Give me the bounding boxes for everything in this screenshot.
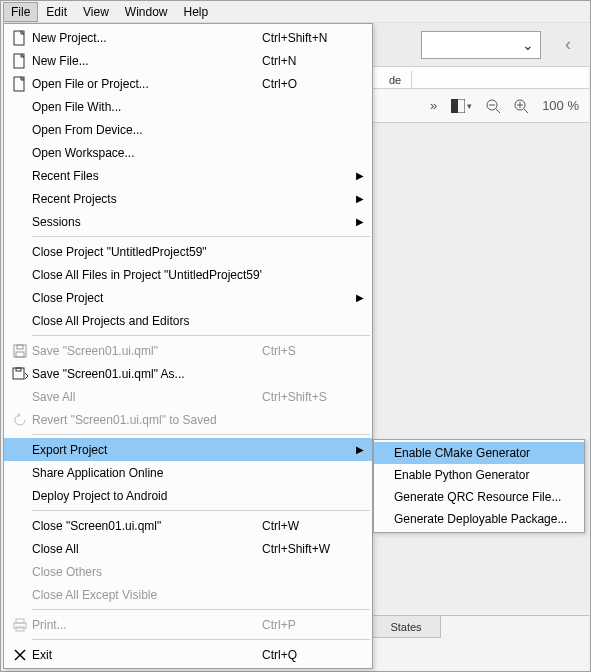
- menu-file[interactable]: File: [3, 2, 38, 22]
- save-as-icon: [8, 367, 32, 381]
- svg-rect-16: [16, 368, 21, 371]
- svg-rect-13: [17, 345, 23, 349]
- menu-shortcut: Ctrl+Shift+N: [262, 31, 352, 45]
- menu-new-project[interactable]: New Project... Ctrl+Shift+N: [4, 26, 372, 49]
- zoom-in-button[interactable]: [514, 99, 528, 113]
- menu-separator: [32, 639, 370, 640]
- menu-label: Close Project "UntitledProject59": [32, 245, 262, 259]
- menu-shortcut: Ctrl+N: [262, 54, 352, 68]
- zoom-out-icon: [486, 99, 500, 113]
- submenu-arrow-icon: ▶: [352, 170, 364, 181]
- zoom-in-icon: [514, 99, 528, 113]
- menu-shortcut: Ctrl+Q: [262, 648, 352, 662]
- menu-view[interactable]: View: [75, 2, 117, 22]
- menu-label: Recent Files: [32, 169, 262, 183]
- menu-exit[interactable]: Exit Ctrl+Q: [4, 643, 372, 666]
- menu-label: Open File With...: [32, 100, 262, 114]
- submenu-generate-qrc[interactable]: Generate QRC Resource File...: [374, 486, 584, 508]
- new-project-icon: [8, 30, 32, 46]
- menu-recent-files[interactable]: Recent Files ▶: [4, 164, 372, 187]
- menu-close-file[interactable]: Close "Screen01.ui.qml" Ctrl+W: [4, 514, 372, 537]
- menu-close-project-named[interactable]: Close Project "UntitledProject59": [4, 240, 372, 263]
- menu-deploy-android[interactable]: Deploy Project to Android: [4, 484, 372, 507]
- menu-edit[interactable]: Edit: [38, 2, 75, 22]
- menu-separator: [32, 609, 370, 610]
- menu-label: Close All Projects and Editors: [32, 314, 262, 328]
- menu-label: Exit: [32, 648, 262, 662]
- menu-help[interactable]: Help: [176, 2, 217, 22]
- menu-label: Sessions: [32, 215, 262, 229]
- tab-de[interactable]: de: [379, 71, 412, 88]
- save-icon: [8, 344, 32, 358]
- svg-rect-15: [13, 368, 24, 379]
- menu-close-all-except-visible: Close All Except Visible: [4, 583, 372, 606]
- menu-open-workspace[interactable]: Open Workspace...: [4, 141, 372, 164]
- menu-shortcut: Ctrl+P: [262, 618, 352, 632]
- menu-label: Close All Except Visible: [32, 588, 262, 602]
- menu-label: Open From Device...: [32, 123, 262, 137]
- svg-line-6: [524, 109, 528, 113]
- menu-label: Recent Projects: [32, 192, 262, 206]
- menu-open-file-project[interactable]: Open File or Project... Ctrl+O: [4, 72, 372, 95]
- menu-label: Export Project: [32, 443, 262, 457]
- menu-label: Close All: [32, 542, 262, 556]
- submenu-generate-deploy[interactable]: Generate Deployable Package...: [374, 508, 584, 530]
- menu-close-project[interactable]: Close Project ▶: [4, 286, 372, 309]
- menu-label: Share Application Online: [32, 466, 262, 480]
- menu-label: Close "Screen01.ui.qml": [32, 519, 262, 533]
- menu-window[interactable]: Window: [117, 2, 176, 22]
- menu-open-file-with[interactable]: Open File With...: [4, 95, 372, 118]
- zoom-out-button[interactable]: [486, 99, 500, 113]
- submenu-label: Enable Python Generator: [394, 468, 529, 482]
- submenu-label: Generate Deployable Package...: [394, 512, 567, 526]
- submenu-arrow-icon: ▶: [352, 292, 364, 303]
- file-menu: New Project... Ctrl+Shift+N New File... …: [3, 23, 373, 669]
- menu-label: Open File or Project...: [32, 77, 262, 91]
- bottom-panel: States: [371, 615, 589, 670]
- submenu-label: Enable CMake Generator: [394, 446, 530, 460]
- svg-rect-14: [16, 352, 24, 357]
- menu-shortcut: Ctrl+Shift+S: [262, 390, 352, 404]
- menu-separator: [32, 236, 370, 237]
- submenu-enable-python[interactable]: Enable Python Generator: [374, 464, 584, 486]
- tab-states[interactable]: States: [371, 616, 441, 638]
- open-icon: [8, 76, 32, 92]
- contrast-button[interactable]: ▾: [451, 99, 472, 113]
- menu-shortcut: Ctrl+Shift+W: [262, 542, 352, 556]
- tab-strip: de: [371, 67, 589, 89]
- menu-open-from-device[interactable]: Open From Device...: [4, 118, 372, 141]
- menu-label: Save "Screen01.ui.qml" As...: [32, 367, 262, 381]
- menu-export-project[interactable]: Export Project ▶: [4, 438, 372, 461]
- menu-share-online[interactable]: Share Application Online: [4, 461, 372, 484]
- combo-box[interactable]: ⌄: [421, 31, 541, 59]
- chevron-down-icon: ⌄: [522, 37, 534, 53]
- menu-shortcut: Ctrl+S: [262, 344, 352, 358]
- svg-line-3: [496, 109, 500, 113]
- close-icon: [8, 649, 32, 661]
- menu-save: Save "Screen01.ui.qml" Ctrl+S: [4, 339, 372, 362]
- menu-save-as[interactable]: Save "Screen01.ui.qml" As...: [4, 362, 372, 385]
- menu-sessions[interactable]: Sessions ▶: [4, 210, 372, 233]
- app-window: File Edit View Window Help ⌄ ‹ de » ▾ 10…: [0, 0, 591, 672]
- menu-label: Close Others: [32, 565, 262, 579]
- more-icon[interactable]: »: [430, 98, 437, 113]
- menu-separator: [32, 434, 370, 435]
- menu-save-all: Save All Ctrl+Shift+S: [4, 385, 372, 408]
- menu-shortcut: Ctrl+W: [262, 519, 352, 533]
- menu-print: Print... Ctrl+P: [4, 613, 372, 636]
- menu-close-all-files-in-project[interactable]: Close All Files in Project "UntitledProj…: [4, 263, 372, 286]
- submenu-arrow-icon: ▶: [352, 444, 364, 455]
- menu-label: Print...: [32, 618, 262, 632]
- submenu-arrow-icon: ▶: [352, 216, 364, 227]
- svg-rect-1: [451, 99, 458, 113]
- menu-label: Save "Screen01.ui.qml": [32, 344, 262, 358]
- submenu-enable-cmake[interactable]: Enable CMake Generator: [374, 442, 584, 464]
- menu-recent-projects[interactable]: Recent Projects ▶: [4, 187, 372, 210]
- menu-close-all-projects-editors[interactable]: Close All Projects and Editors: [4, 309, 372, 332]
- menu-close-all[interactable]: Close All Ctrl+Shift+W: [4, 537, 372, 560]
- menu-label: Close Project: [32, 291, 262, 305]
- menu-revert: Revert "Screen01.ui.qml" to Saved: [4, 408, 372, 431]
- new-file-icon: [8, 53, 32, 69]
- menu-new-file[interactable]: New File... Ctrl+N: [4, 49, 372, 72]
- nav-back-button[interactable]: ‹: [553, 30, 583, 60]
